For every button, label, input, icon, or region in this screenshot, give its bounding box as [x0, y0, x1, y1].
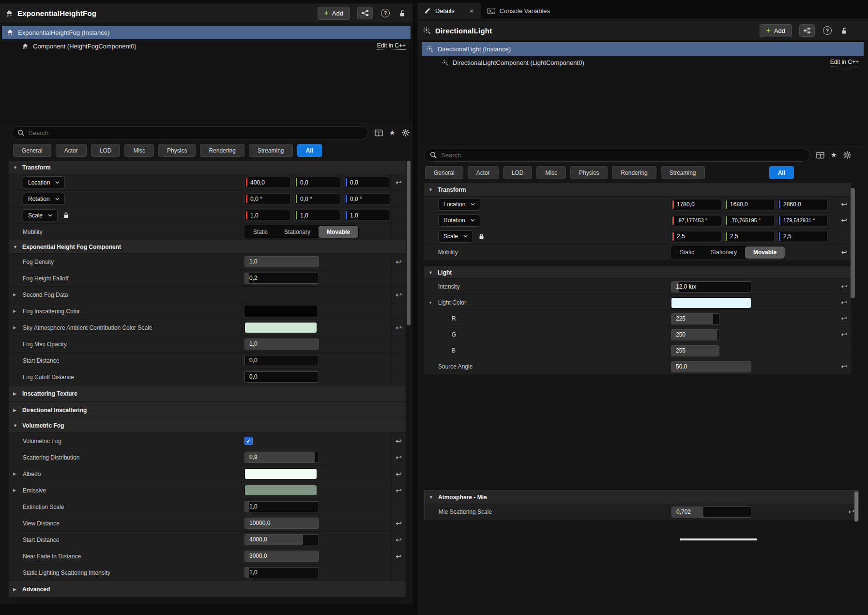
add-button[interactable]: Add: [760, 24, 792, 37]
filter-physics[interactable]: Physics: [158, 144, 196, 157]
category-advanced[interactable]: Advanced: [9, 581, 406, 598]
volumetric-fog-checkbox[interactable]: [244, 437, 253, 445]
tab-details[interactable]: Details: [417, 3, 481, 18]
revert-icon[interactable]: [841, 216, 847, 225]
rotation-z-field[interactable]: 0,0 °: [344, 193, 390, 204]
view-distance-slider[interactable]: 10000,0: [244, 518, 319, 529]
favorites-star-icon[interactable]: [831, 151, 837, 159]
albedo-color-swatch[interactable]: [244, 468, 317, 479]
revert-icon[interactable]: [396, 486, 402, 495]
mobility-movable[interactable]: Movable: [319, 226, 358, 238]
revert-icon[interactable]: [841, 282, 847, 291]
fog-density-slider[interactable]: 1,0: [244, 256, 319, 267]
scale-y-field[interactable]: 1,0: [294, 210, 340, 221]
edit-in-cpp-link[interactable]: Edit in C++: [377, 42, 406, 50]
revert-icon[interactable]: [396, 453, 402, 462]
fog-max-opacity-slider[interactable]: 1,0: [244, 338, 319, 350]
revert-icon[interactable]: [841, 330, 847, 339]
search-box[interactable]: [424, 149, 810, 162]
location-z-field[interactable]: 2860,0: [777, 199, 828, 210]
green-channel-slider[interactable]: 250: [671, 329, 719, 340]
scale-dropdown[interactable]: Scale: [23, 209, 58, 221]
filter-rendering[interactable]: Rendering: [200, 144, 244, 157]
filter-misc[interactable]: Misc: [124, 144, 154, 157]
location-y-field[interactable]: 0,0: [294, 177, 340, 188]
filter-actor[interactable]: Actor: [56, 144, 87, 157]
settings-gear-icon[interactable]: [843, 151, 851, 159]
emissive-color-swatch[interactable]: [244, 485, 317, 496]
tree-row-component[interactable]: DirectionalLightComponent (LightComponen…: [422, 56, 864, 69]
search-input[interactable]: [29, 129, 363, 137]
expand-icon[interactable]: [13, 325, 23, 330]
near-fade-in-distance-slider[interactable]: 3000,0: [244, 551, 319, 562]
revert-icon[interactable]: [396, 536, 402, 544]
rotation-y-field[interactable]: -70,765195 °: [724, 215, 775, 226]
fog-cutoff-distance-slider[interactable]: 0,0: [244, 371, 319, 383]
tree-row-actor-instance[interactable]: ExponentialHeightFog (Instance): [2, 26, 411, 39]
expand-icon[interactable]: [13, 472, 23, 476]
favorites-star-icon[interactable]: [389, 128, 396, 137]
intensity-slider[interactable]: 12,0 lux: [671, 281, 751, 292]
revert-icon[interactable]: [396, 470, 402, 478]
scale-x-field[interactable]: 2,5: [671, 231, 721, 242]
rotation-x-field[interactable]: 0,0 °: [244, 193, 290, 204]
scale-y-field[interactable]: 2,5: [724, 231, 775, 242]
category-light[interactable]: Light: [424, 266, 851, 279]
mobility-static[interactable]: Static: [671, 246, 702, 259]
location-z-field[interactable]: 0,0: [344, 177, 390, 188]
revert-icon[interactable]: [841, 248, 847, 257]
revert-icon[interactable]: [396, 258, 402, 266]
tree-row-actor-instance[interactable]: DirectionalLight (Instance): [422, 42, 864, 56]
browse-hierarchy-button[interactable]: [357, 7, 373, 19]
revert-icon[interactable]: [841, 314, 847, 323]
location-x-field[interactable]: 1780,0: [671, 199, 721, 210]
filter-general[interactable]: General: [13, 144, 51, 157]
edit-in-cpp-link[interactable]: Edit in C++: [830, 59, 859, 66]
revert-icon[interactable]: [848, 507, 854, 516]
search-box[interactable]: [12, 126, 368, 139]
mie-scrollbar-thumb[interactable]: [854, 492, 858, 522]
scale-lock-icon[interactable]: [63, 212, 69, 218]
rotation-y-field[interactable]: 0,0 °: [294, 193, 340, 204]
revert-icon[interactable]: [841, 200, 847, 209]
expand-icon[interactable]: [13, 309, 23, 313]
filter-lod[interactable]: LOD: [91, 144, 121, 157]
location-dropdown[interactable]: Location: [438, 199, 480, 211]
rotation-dropdown[interactable]: Rotation: [23, 193, 65, 205]
mobility-movable[interactable]: Movable: [745, 246, 785, 259]
light-color-swatch[interactable]: [671, 297, 751, 308]
mobility-static[interactable]: Static: [245, 226, 276, 238]
category-exponential-height-fog[interactable]: Exponential Height Fog Component: [9, 240, 406, 254]
mie-scattering-scale-slider[interactable]: 0,702: [671, 507, 751, 518]
scale-z-field[interactable]: 2,5: [777, 231, 828, 242]
location-dropdown[interactable]: Location: [23, 176, 65, 188]
category-directional-inscattering[interactable]: Directional Inscattering: [9, 402, 406, 418]
scale-z-field[interactable]: 1,0: [344, 210, 390, 221]
blue-channel-slider[interactable]: 255: [671, 345, 719, 356]
category-atmosphere-mie[interactable]: Atmosphere - Mie: [425, 491, 858, 504]
expand-icon[interactable]: [13, 488, 23, 492]
revert-icon[interactable]: [396, 178, 402, 187]
tree-row-component[interactable]: Component (HeightFogComponent0) Edit in …: [2, 39, 411, 53]
static-lighting-scattering-intensity-slider[interactable]: 1,0: [244, 567, 319, 578]
filter-actor[interactable]: Actor: [468, 166, 499, 179]
revert-icon[interactable]: [396, 323, 402, 332]
filter-physics[interactable]: Physics: [570, 166, 608, 179]
unlock-icon[interactable]: [841, 27, 848, 34]
start-distance-slider[interactable]: 0,0: [244, 355, 319, 366]
category-transform[interactable]: Transform: [424, 183, 851, 197]
fog-height-falloff-slider[interactable]: 0,2: [244, 273, 319, 284]
start-distance-volumetric-slider[interactable]: 4000,0: [244, 534, 319, 545]
display-options-icon[interactable]: [816, 152, 824, 159]
location-y-field[interactable]: 1680,0: [724, 199, 775, 210]
category-volumetric-fog[interactable]: Volumetric Fog: [9, 418, 406, 433]
add-button[interactable]: Add: [318, 7, 350, 20]
help-icon[interactable]: [381, 9, 390, 17]
revert-icon[interactable]: [396, 519, 402, 528]
filter-misc[interactable]: Misc: [536, 166, 566, 179]
location-x-field[interactable]: 400,0: [244, 177, 290, 188]
browse-hierarchy-button[interactable]: [799, 24, 815, 37]
display-options-icon[interactable]: [375, 129, 383, 137]
filter-all[interactable]: All: [769, 166, 794, 179]
revert-icon[interactable]: [396, 437, 402, 446]
